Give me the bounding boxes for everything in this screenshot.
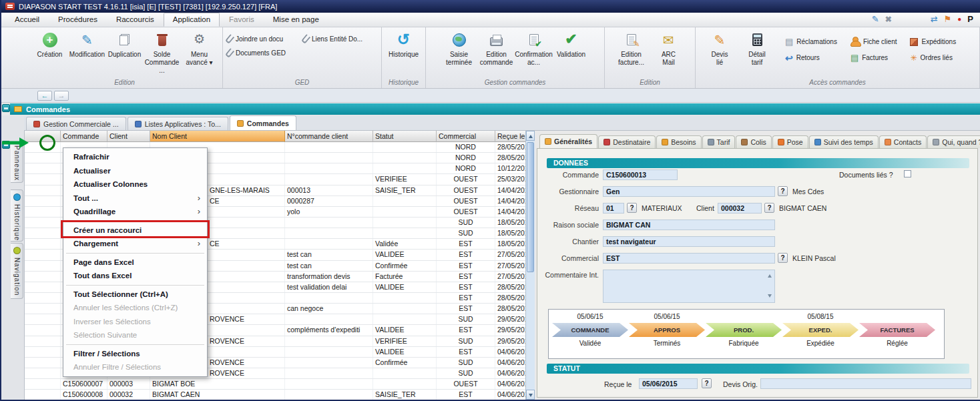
lookup-button[interactable]	[778, 253, 788, 263]
menu-tab-accueil[interactable]: Accueil	[5, 13, 49, 27]
menu-item-page-dans-excel[interactable]: Page dans Excel	[64, 256, 206, 270]
panel-toggle-icon[interactable]	[2, 104, 10, 112]
flag-icon[interactable]: ⚑	[944, 14, 952, 24]
table-row[interactable]: C150600007000003BIGMAT BOEOUEST04/06/201	[25, 379, 525, 390]
reseau-field[interactable]: 01	[603, 203, 624, 214]
ribbon-button-duplication[interactable]: Duplication	[106, 29, 144, 61]
ribbon-button-confirmation-ac[interactable]: Confirmation ac...	[515, 29, 553, 69]
menu-tab-application[interactable]: Application	[164, 13, 220, 27]
column-header-statut[interactable]: Statut	[373, 131, 437, 142]
table-row[interactable]: C150600008000032BIGMAT CAENSAISIE_TEREST…	[25, 390, 525, 400]
nav-back-button[interactable]: ←	[37, 91, 52, 101]
column-header-commercial[interactable]: Commercial	[437, 131, 495, 142]
cell: EST	[437, 304, 495, 314]
menu-item-actualiser[interactable]: Actualiser	[64, 164, 206, 178]
gestionnaire-field[interactable]: Gen	[603, 186, 775, 197]
ribbon-button-devis-lie[interactable]: ✎Devis lié	[701, 29, 738, 69]
vertical-scrollbar[interactable]	[525, 131, 535, 400]
menu-item-chargement[interactable]: Chargement›	[64, 237, 206, 251]
record-icon[interactable]: ●	[957, 15, 961, 23]
nav-forward-button[interactable]: →	[54, 91, 69, 101]
sidebar-tab-historique[interactable]: Historique	[11, 189, 23, 242]
menu-item-rafraichir[interactable]: Rafraîchir	[64, 150, 206, 164]
detail-tab-pose[interactable]: Pose	[772, 135, 808, 148]
column-header-client[interactable]: Client	[107, 131, 150, 142]
edit-icon[interactable]: ✎	[872, 14, 879, 24]
doc-tab-commandes[interactable]: Commandes	[230, 115, 296, 130]
ribbon-button-detail-tarif[interactable]: Détail tarif	[738, 29, 776, 69]
ribbon-button-joindre-un-docu[interactable]: Joindre un docu	[224, 32, 300, 46]
menu-tab-favoris[interactable]: Favoris	[220, 13, 264, 27]
cell	[373, 379, 437, 389]
commentaire-field[interactable]	[603, 270, 775, 303]
sidebar-tab-navigation[interactable]: Navigation	[11, 243, 23, 299]
ribbon-button-arc-mail[interactable]: ✉ARC Mail	[650, 29, 688, 69]
ribbon-button-historique[interactable]: ↺Historique	[385, 29, 423, 61]
cell: EST	[437, 390, 495, 400]
menu-item-tout[interactable]: Tout ...›	[64, 191, 206, 206]
detail-tab-tarif[interactable]: Tarif	[702, 135, 736, 148]
devis-orig-field[interactable]	[760, 378, 971, 389]
ribbon-button-edition-commande[interactable]: Edition commande	[478, 29, 515, 69]
ribbon-button-documents-ged[interactable]: Documents GED	[224, 46, 300, 60]
detail-tab-contacts[interactable]: Contacts	[879, 135, 927, 148]
column-header-n-commande-client[interactable]: N°commande client	[285, 131, 373, 142]
column-header-nom-client[interactable]: Nom Client	[150, 131, 285, 142]
menu-tab-procedures[interactable]: Procédures	[49, 13, 107, 27]
recue-le-field[interactable]: 05/06/2015	[639, 378, 698, 389]
menu-tab-mise-en-page[interactable]: Mise en page	[264, 13, 328, 27]
lookup-button[interactable]	[764, 203, 774, 213]
ribbon-button-reclamations[interactable]: ▤Réclamations	[782, 35, 840, 49]
invoice-icon: ▤	[850, 53, 859, 63]
cell	[373, 207, 437, 217]
ribbon-button-expeditions[interactable]: Expéditions	[907, 35, 959, 49]
ribbon-button-modification[interactable]: ✎Modification	[69, 29, 106, 61]
scroll-up-icon[interactable]	[526, 131, 535, 141]
detail-tab-colis[interactable]: Colis	[736, 135, 771, 148]
detail-tab-generalites[interactable]: Généralités	[539, 134, 597, 148]
cell: 14/04/201	[495, 196, 525, 206]
ribbon-button-retours[interactable]: ↩Retours	[782, 51, 840, 65]
lookup-button[interactable]	[702, 378, 712, 388]
column-header-commande[interactable]: Commande	[61, 131, 107, 142]
detail-tab-qui-quand[interactable]: Qui, quand ?	[927, 135, 980, 148]
column-header-recue-le[interactable]: Reçue le	[495, 131, 526, 142]
lookup-button[interactable]	[627, 203, 637, 213]
detail-tab-besoins[interactable]: Besoins	[656, 135, 701, 148]
commande-field[interactable]: C150600013	[603, 169, 678, 180]
ribbon-button-liens-entite-do[interactable]: Liens Entité Do...	[300, 32, 377, 46]
ribbon-button-ordres-lies[interactable]: ✳Ordres liés	[907, 51, 959, 65]
doc-tab-listes-applicatives-to[interactable]: Listes Applicatives : To...	[128, 117, 228, 130]
ribbon-button-fiche-client[interactable]: Fiche client	[848, 35, 900, 49]
ribbon-button-creation[interactable]: +Création	[31, 29, 69, 61]
spinner-up-icon[interactable]	[767, 273, 773, 279]
chantier-field[interactable]: test navigateur	[603, 236, 775, 247]
menu-item-tout-dans-excel[interactable]: Tout dans Excel	[64, 269, 206, 283]
ribbon-button-validation[interactable]: ✔Validation	[553, 29, 590, 61]
close-icon[interactable]: ✖	[885, 15, 892, 24]
ribbon-button-saisie-terminee[interactable]: Saisie terminée	[441, 29, 478, 69]
raison-sociale-field[interactable]: BIGMAT CAN	[603, 220, 775, 230]
sync-icon[interactable]: ⇄	[931, 14, 938, 24]
detail-tab-destinataire[interactable]: Destinataire	[598, 135, 656, 148]
letter-p[interactable]: P	[967, 14, 973, 24]
menu-tab-raccourcis[interactable]: Raccourcis	[107, 13, 164, 27]
scrollbar-thumb[interactable]	[527, 142, 534, 272]
table-header: CommandeClientNom ClientN°commande clien…	[25, 131, 535, 142]
menu-item-filtrer-selections[interactable]: Filtrer / Sélections	[64, 347, 206, 361]
ribbon-button-factures[interactable]: ▤Factures	[848, 51, 900, 65]
ribbon-button-menu-avance[interactable]: ⚙Menu avancé ▾	[181, 29, 218, 69]
client-field[interactable]: 000032	[718, 203, 762, 214]
doc-tab-gestion-commerciale[interactable]: Gestion Commerciale ...	[26, 117, 126, 130]
menu-item-tout-selectionner-ctrl-a[interactable]: Tout Sélectionner (Ctrl+A)	[64, 288, 206, 302]
documents-lies-checkbox[interactable]	[904, 170, 911, 177]
scroll-down-icon[interactable]	[526, 390, 535, 400]
detail-tab-suivi-des-temps[interactable]: Suivi des temps	[809, 135, 879, 148]
menu-item-quadrillage[interactable]: Quadrillage›	[64, 205, 206, 219]
lookup-button[interactable]	[778, 186, 788, 196]
commercial-field[interactable]: EST	[603, 253, 775, 264]
spinner-down-icon[interactable]	[767, 293, 773, 299]
menu-item-actualiser-colonnes[interactable]: Actualiser Colonnes	[64, 177, 206, 191]
ribbon-button-solde-commande[interactable]: Solde Commande ...	[144, 29, 181, 77]
ribbon-button-edition-facture[interactable]: Edition facture...	[613, 29, 650, 69]
